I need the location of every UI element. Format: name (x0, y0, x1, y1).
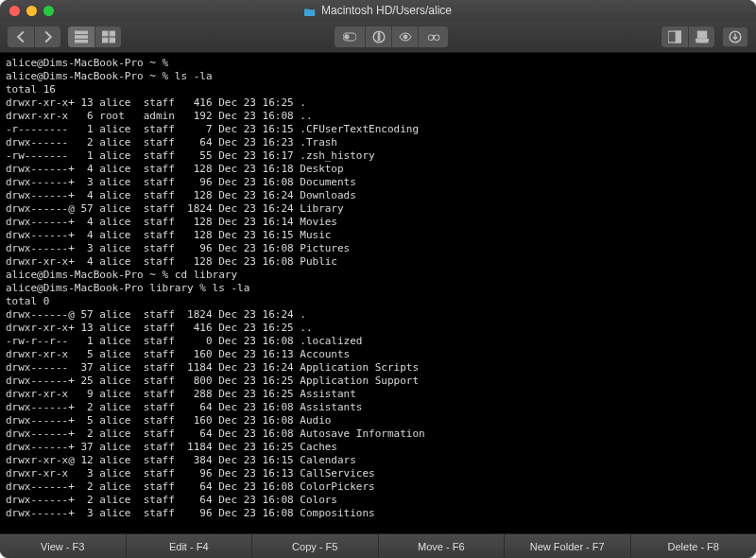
stack-button[interactable] (688, 26, 714, 47)
toolbar (0, 21, 756, 53)
svg-rect-5 (102, 38, 108, 43)
svg-rect-17 (697, 31, 706, 38)
svg-rect-10 (378, 35, 380, 40)
svg-rect-11 (378, 32, 380, 34)
folder-icon (304, 6, 316, 15)
download-button[interactable] (722, 26, 748, 47)
svg-rect-19 (696, 41, 708, 42)
right-group (662, 26, 714, 47)
edit-button[interactable]: Edit - F4 (127, 534, 253, 558)
svg-point-8 (345, 34, 350, 39)
svg-rect-16 (676, 31, 681, 43)
svg-rect-1 (75, 35, 88, 37)
info-button[interactable] (365, 26, 391, 47)
view-button[interactable]: View - F3 (0, 534, 127, 558)
svg-rect-6 (110, 38, 115, 43)
svg-rect-18 (696, 39, 709, 41)
toggle-button[interactable] (335, 26, 365, 47)
svg-point-12 (404, 35, 407, 39)
preview-button[interactable] (391, 26, 418, 47)
svg-rect-2 (75, 40, 88, 42)
list-view-button[interactable] (94, 26, 121, 47)
icon-view-button[interactable] (68, 26, 94, 47)
terminal-output[interactable]: alice@Dims-MacBook-Pro ~ % alice@Dims-Ma… (0, 53, 756, 533)
copy-button[interactable]: Copy - F5 (252, 534, 379, 558)
forward-button[interactable] (34, 26, 60, 47)
back-button[interactable] (8, 26, 34, 47)
zoom-icon[interactable] (43, 6, 54, 16)
new-folder-button[interactable]: New Folder - F7 (505, 534, 631, 558)
window-title: Macintosh HD/Users/alice (321, 4, 452, 17)
view-mode-group (68, 26, 121, 47)
move-button[interactable]: Move - F6 (379, 534, 506, 558)
nav-group (8, 26, 60, 47)
svg-rect-4 (110, 31, 115, 36)
app-window: Macintosh HD/Users/alice alice@Dims-MacB… (0, 0, 756, 558)
minimize-icon[interactable] (26, 6, 37, 16)
svg-rect-3 (102, 31, 108, 36)
panel-button[interactable] (662, 26, 688, 47)
close-icon[interactable] (9, 6, 20, 16)
title-bar: Macintosh HD/Users/alice (0, 0, 756, 21)
svg-rect-0 (75, 31, 88, 33)
delete-button[interactable]: Delete - F8 (631, 534, 757, 558)
center-group (335, 26, 448, 47)
bottom-bar: View - F3 Edit - F4 Copy - F5 Move - F6 … (0, 533, 756, 558)
binoculars-button[interactable] (418, 26, 448, 47)
window-controls (9, 6, 54, 16)
